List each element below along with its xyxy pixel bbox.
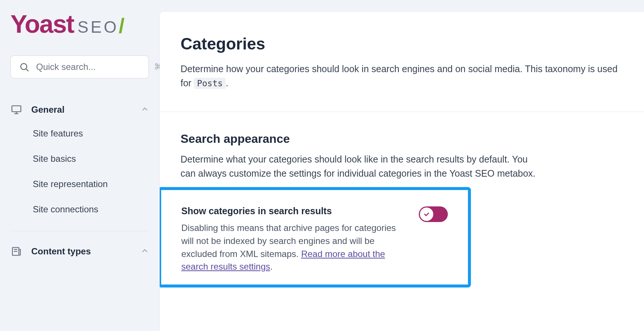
page-desc-suffix: . (226, 78, 228, 88)
nav-label-general: General (31, 105, 132, 115)
brand-name: Yoast (10, 11, 74, 36)
section-divider (160, 112, 644, 112)
nav-header-general[interactable]: General (10, 99, 149, 121)
nav-section-general: General Site features Site basics Site r… (10, 99, 149, 222)
sidebar-divider (10, 231, 149, 231)
highlight-box: Show categories in search results Disabl… (159, 187, 471, 287)
section-desc-search-appearance: Determine what your categories should lo… (181, 152, 538, 180)
nav-label-content-types: Content types (31, 246, 132, 257)
svg-line-1 (26, 69, 28, 71)
section-title-search-appearance: Search appearance (181, 132, 623, 146)
svg-rect-2 (12, 106, 21, 112)
brand-suffix: SEO (77, 18, 119, 36)
nav-header-content-types[interactable]: Content types (10, 240, 149, 263)
toggle-desc-after: . (270, 261, 273, 271)
toggle-knob (420, 208, 433, 221)
nav-section-content-types: Content types (10, 240, 149, 263)
sidebar-item-site-representation[interactable]: Site representation (33, 171, 149, 197)
search-box[interactable]: ⌘K (10, 55, 149, 78)
page-description: Determine how your categories should loo… (181, 62, 623, 90)
search-icon (19, 61, 29, 73)
search-input[interactable] (36, 62, 147, 72)
main-inner: Categories Determine how your categories… (160, 12, 644, 287)
taxonomy-chip: Posts (194, 78, 226, 89)
newspaper-icon (10, 245, 22, 257)
chevron-up-icon (141, 247, 149, 256)
page-desc-prefix: Determine how your categories should loo… (181, 64, 618, 88)
sidebar-item-site-basics[interactable]: Site basics (33, 146, 149, 171)
brand-logo: Yoast SEO/ (10, 11, 149, 38)
show-in-search-toggle[interactable] (419, 206, 448, 222)
sidebar: Yoast SEO/ ⌘K (0, 0, 159, 331)
toggle-description: Disabling this means that archive pages … (181, 222, 404, 273)
page-title: Categories (181, 35, 623, 53)
chevron-up-icon (141, 105, 149, 115)
app-root: Yoast SEO/ ⌘K (0, 0, 644, 331)
toggle-label: Show categories in search results (181, 206, 404, 216)
toggle-content: Show categories in search results Disabl… (181, 206, 404, 273)
nav-items-general: Site features Site basics Site represent… (10, 121, 149, 222)
main-panel: Categories Determine how your categories… (159, 11, 644, 331)
brand-slash: / (119, 14, 125, 37)
check-icon (423, 211, 430, 218)
desktop-icon (10, 104, 22, 116)
sidebar-item-site-connections[interactable]: Site connections (33, 197, 149, 222)
sidebar-item-site-features[interactable]: Site features (33, 121, 149, 146)
